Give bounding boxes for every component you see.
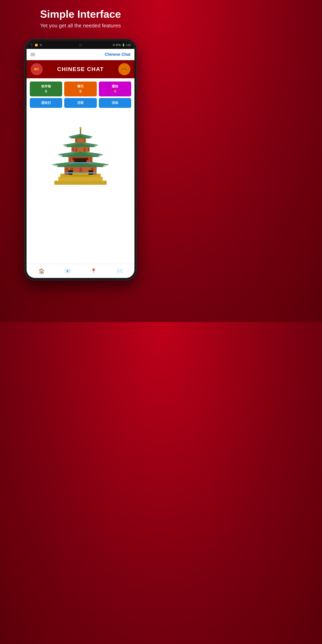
mail-icon: ✉️ [116,268,122,274]
svg-rect-42 [80,128,82,128]
notify-label: 通知 [112,84,118,88]
svg-rect-28 [72,147,90,152]
camera-area [79,44,82,46]
nfc-label: N [113,44,115,46]
chat-button[interactable]: 聊天 0 [64,82,96,96]
main-title: Simple Interface [40,8,121,20]
battery-percent: 97% [116,44,121,46]
svg-rect-20 [70,158,72,162]
chat-banner: 聊天 Chinese Chat [26,60,134,78]
nav-home[interactable]: 🏠 [39,268,45,274]
nav-mail[interactable]: ✉️ [116,268,122,274]
activities-button[interactable]: 活动 [99,98,131,108]
svg-rect-29 [72,148,74,152]
sim-icon: 📱 [30,44,33,46]
nav-messages[interactable]: 📧 [64,268,71,274]
inbox-count: 0 [45,89,47,94]
svg-rect-31 [84,148,86,152]
svg-rect-40 [80,128,81,134]
hamburger-line-2 [30,54,35,55]
svg-rect-23 [90,158,92,162]
wifi-icon: 📶 [35,44,38,46]
battery-icon: 🔋 [122,44,125,46]
notify-button[interactable]: 通知 4 [99,82,131,96]
home-icon: 🏠 [39,268,45,274]
chat-label: 聊天 [77,84,84,88]
chat-icon-label: 聊天 [34,68,39,71]
sub-title: Yet you get all the needed features [40,22,121,29]
phone-frame: 📱 📶 🔌 N 97% 🔋 1:21 Chinese Chat [24,39,137,280]
status-right: N 97% 🔋 1:21 [113,44,131,46]
app-bar: Chinese Chat [26,49,134,60]
app-bar-title: Chinese Chat [105,52,130,57]
bottom-nav: 🏠 📧 📍 ✉️ [26,264,134,278]
visitors-button[interactable]: 访客 [64,98,96,108]
location-icon: 📍 [90,268,96,274]
buttons-row-2: 朋友们 访客 活动 [26,98,134,110]
svg-rect-45 [68,162,92,163]
inbox-label: 收件箱 [41,84,51,88]
time-label: 1:21 [126,44,131,46]
svg-rect-36 [76,139,77,142]
svg-point-5 [123,70,124,71]
svg-rect-37 [84,139,85,142]
notify-count: 4 [114,89,116,94]
usb-icon: 🔌 [40,44,42,46]
svg-rect-8 [58,177,103,181]
chat-icon-left: 聊天 [30,63,43,75]
header-section: Simple Interface Yet you get all the nee… [36,0,125,33]
svg-rect-47 [72,173,88,175]
friends-button[interactable]: 朋友们 [30,98,62,108]
svg-rect-11 [66,168,68,175]
hamburger-line-3 [30,56,35,56]
svg-rect-30 [76,148,77,152]
pagoda-illustration [48,116,113,193]
svg-rect-43 [74,159,86,162]
chat-count: 0 [80,89,82,94]
nav-location[interactable]: 📍 [90,268,96,274]
svg-point-6 [125,70,126,71]
svg-rect-7 [54,181,107,185]
inbox-button[interactable]: 收件箱 0 [30,82,62,96]
buttons-row-1: 收件箱 0 聊天 0 通知 4 [26,78,134,98]
status-left: 📱 📶 🔌 [30,44,42,46]
hamburger-line-1 [30,53,35,54]
side-button [137,79,138,91]
hamburger-menu[interactable] [30,53,35,56]
svg-rect-32 [88,148,90,152]
camera-dot [79,44,82,46]
phone-screen: 📱 📶 🔌 N 97% 🔋 1:21 Chinese Chat [26,41,134,278]
messages-icon: 📧 [64,268,71,274]
headphone-icon [118,63,130,75]
svg-rect-46 [70,175,90,176]
status-bar: 📱 📶 🔌 N 97% 🔋 1:21 [26,41,134,49]
banner-title: Chinese Chat [57,66,104,72]
main-content [26,110,134,264]
